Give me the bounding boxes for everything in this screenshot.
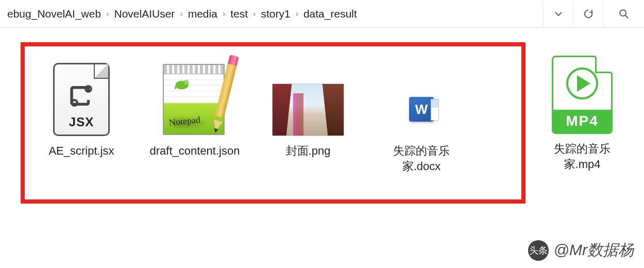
mp4-badge-text: MP4: [553, 110, 611, 132]
file-item-jsx[interactable]: JSX AE_script.jsx: [35, 59, 128, 159]
file-label: 失踪的音乐家.docx: [375, 143, 468, 174]
chameleon-icon: [174, 77, 196, 93]
scroll-icon: [66, 82, 96, 110]
svg-line-1: [625, 15, 628, 18]
watermark-logo-icon: 头条: [528, 240, 549, 261]
chevron-down-icon: [554, 10, 563, 18]
file-item-png[interactable]: 封面.png: [262, 59, 354, 159]
crumb-data-result[interactable]: data_result: [300, 8, 360, 20]
file-item-json[interactable]: Notepad draft_content.json: [148, 59, 241, 159]
chevron-right-icon: ›: [178, 9, 184, 19]
crumb-novelaiuser[interactable]: NovelAIUser: [111, 8, 178, 20]
image-thumbnail-icon: [272, 59, 344, 136]
breadcrumb[interactable]: ebug_NovelAI_web › NovelAIUser › media ›…: [4, 0, 543, 27]
jsx-file-icon: JSX: [45, 59, 117, 136]
refresh-button[interactable]: [573, 2, 603, 26]
watermark: 头条 @Mr数据杨: [528, 240, 634, 261]
chevron-right-icon: ›: [221, 9, 227, 19]
crumb-media[interactable]: media: [185, 8, 221, 20]
file-item-docx[interactable]: W 失踪的音乐家.docx: [375, 59, 468, 174]
jsx-badge-text: JSX: [69, 115, 94, 129]
mp4-file-icon: MP4: [546, 57, 618, 134]
file-label: 封面.png: [286, 143, 331, 159]
file-label: AE_script.jsx: [48, 143, 114, 159]
crumb-test[interactable]: test: [227, 8, 251, 20]
breadcrumb-dropdown-button[interactable]: [543, 2, 573, 26]
file-label: draft_content.json: [150, 143, 240, 159]
watermark-text: @Mr数据杨: [554, 240, 634, 261]
chevron-right-icon: ›: [104, 9, 111, 19]
crumb-ebug[interactable]: ebug_NovelAI_web: [4, 8, 104, 20]
file-label: 失踪的音乐家.mp4: [541, 141, 623, 172]
crumb-story1[interactable]: story1: [258, 8, 293, 20]
word-file-icon: W: [385, 59, 457, 136]
search-button[interactable]: [603, 2, 644, 26]
svg-point-0: [620, 10, 626, 16]
svg-point-7: [187, 81, 188, 82]
notepad-file-icon: Notepad: [159, 59, 231, 136]
search-icon: [618, 8, 630, 20]
chevron-right-icon: ›: [251, 9, 258, 19]
play-icon: [566, 68, 598, 99]
selection-highlight: JSX AE_script.jsx: [21, 42, 526, 204]
address-bar: ebug_NovelAI_web › NovelAIUser › media ›…: [0, 0, 644, 28]
chevron-right-icon: ›: [294, 9, 300, 19]
file-item-mp4[interactable]: MP4 失踪的音乐家.mp4: [541, 57, 623, 172]
file-grid: JSX AE_script.jsx: [0, 28, 644, 218]
refresh-icon: [583, 8, 594, 20]
word-letter: W: [415, 102, 428, 118]
